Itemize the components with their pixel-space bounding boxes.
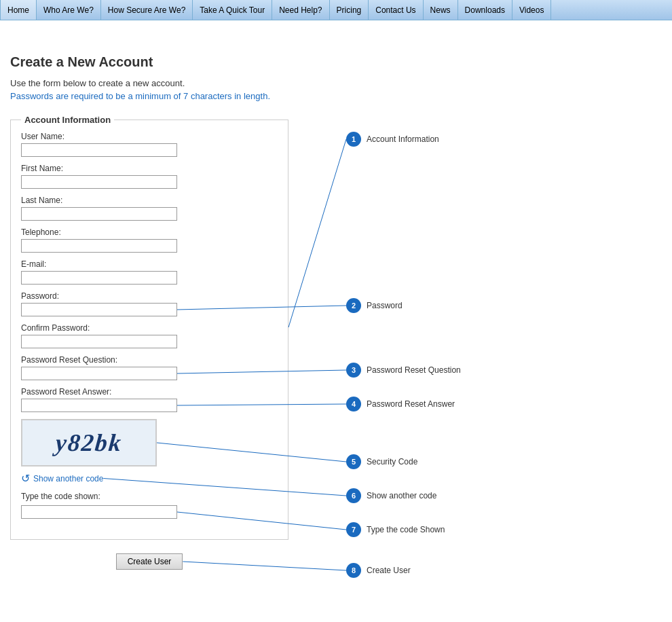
annotation-label-5: Security Code — [367, 457, 417, 466]
annotation-label-8: Create User — [367, 566, 411, 575]
email-input[interactable] — [21, 271, 177, 285]
password-input[interactable] — [21, 303, 177, 316]
annotation-circle-1: 1 — [346, 132, 361, 147]
telephone-label: Telephone: — [21, 227, 278, 237]
password-req: Passwords are required to be a minimum o… — [10, 91, 658, 101]
nav-secure[interactable]: How Secure Are We? — [101, 0, 193, 20]
confirm-password-label: Confirm Password: — [21, 323, 278, 333]
show-another-container: ↺ Show another code — [21, 472, 278, 485]
firstname-label: First Name: — [21, 164, 278, 173]
nav-help[interactable]: Need Help? — [272, 0, 329, 20]
nav-pricing[interactable]: Pricing — [330, 0, 369, 20]
confirm-password-group: Confirm Password: — [21, 323, 278, 348]
lastname-group: Last Name: — [21, 196, 278, 221]
reset-question-label: Password Reset Question: — [21, 355, 278, 365]
email-group: E-mail: — [21, 259, 278, 285]
annotation-label-6: Show another code — [367, 491, 436, 500]
password-group: Password: — [21, 291, 278, 316]
reset-question-group: Password Reset Question: — [21, 355, 278, 380]
nav-videos[interactable]: Videos — [512, 0, 551, 20]
annotation-label-2: Password — [367, 301, 403, 310]
annotation-circle-4: 4 — [346, 397, 361, 411]
annotation-1: 1Account Information — [346, 132, 439, 147]
annotation-5: 5Security Code — [346, 454, 417, 469]
username-label: User Name: — [21, 132, 278, 141]
annotation-label-3: Password Reset Question — [367, 365, 461, 375]
annotation-circle-3: 3 — [346, 363, 361, 378]
reset-answer-group: Password Reset Answer: — [21, 387, 278, 412]
reset-answer-input[interactable] — [21, 399, 177, 412]
firstname-group: First Name: — [21, 164, 278, 189]
page-title: Create a New Account — [10, 54, 658, 70]
captcha-text: y82bk — [54, 428, 124, 457]
nav-downloads[interactable]: Downloads — [458, 0, 512, 20]
nav-home[interactable]: Home — [0, 0, 37, 20]
annotation-2: 2Password — [346, 298, 403, 313]
type-code-group: Type the code shown: — [21, 492, 278, 519]
annotation-circle-8: 8 — [346, 563, 361, 578]
annotation-circle-6: 6 — [346, 488, 361, 503]
show-another-link[interactable]: Show another code — [33, 474, 103, 483]
type-code-input[interactable] — [21, 505, 177, 519]
captcha-image: y82bk — [21, 419, 157, 466]
annotation-8: 8Create User — [346, 563, 411, 578]
telephone-input[interactable] — [21, 239, 177, 253]
annotation-circle-2: 2 — [346, 298, 361, 313]
annotation-label-7: Type the code Shown — [367, 525, 445, 534]
account-info-fieldset: Account Information User Name: First Nam… — [10, 115, 288, 540]
annotation-label-1: Account Information — [367, 134, 439, 144]
username-input[interactable] — [21, 143, 177, 157]
confirm-password-input[interactable] — [21, 335, 177, 348]
fieldset-legend: Account Information — [21, 115, 114, 125]
nav-tour[interactable]: Take A Quick Tour — [193, 0, 272, 20]
annotation-3: 3Password Reset Question — [346, 363, 461, 378]
annotations-panel: 1Account Information2Password3Password R… — [292, 115, 658, 570]
annotation-7: 7Type the code Shown — [346, 522, 445, 537]
annotation-circle-7: 7 — [346, 522, 361, 537]
nav-news[interactable]: News — [424, 0, 458, 20]
nav-contact[interactable]: Contact Us — [369, 0, 423, 20]
password-label: Password: — [21, 291, 278, 301]
lastname-label: Last Name: — [21, 196, 278, 205]
telephone-group: Telephone: — [21, 227, 278, 253]
email-label: E-mail: — [21, 259, 278, 269]
annotation-label-4: Password Reset Answer — [367, 399, 455, 409]
main-nav: Home Who Are We? How Secure Are We? Take… — [0, 0, 672, 20]
refresh-icon: ↺ — [21, 472, 30, 485]
button-area: Create User — [10, 553, 288, 570]
type-code-label: Type the code shown: — [21, 492, 278, 501]
nav-who[interactable]: Who Are We? — [37, 0, 101, 20]
intro-text: Use the form below to create a new accou… — [10, 78, 658, 88]
username-group: User Name: — [21, 132, 278, 157]
firstname-input[interactable] — [21, 175, 177, 189]
annotation-circle-5: 5 — [346, 454, 361, 469]
annotation-6: 6Show another code — [346, 488, 436, 503]
annotation-4: 4Password Reset Answer — [346, 397, 455, 411]
create-user-button[interactable]: Create User — [116, 553, 183, 570]
reset-question-input[interactable] — [21, 367, 177, 380]
lastname-input[interactable] — [21, 207, 177, 221]
reset-answer-label: Password Reset Answer: — [21, 387, 278, 397]
